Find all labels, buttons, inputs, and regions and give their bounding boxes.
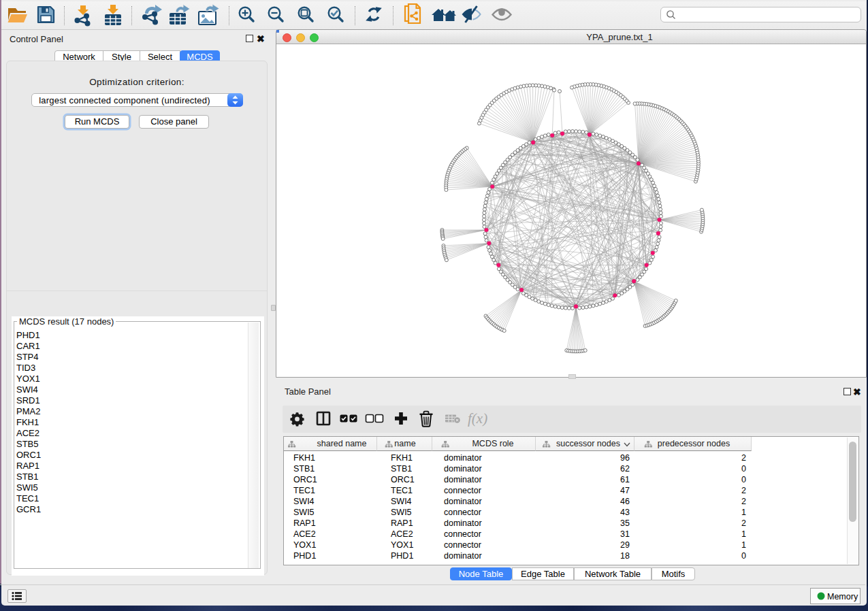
svg-text:f(x): f(x) [468,410,487,427]
